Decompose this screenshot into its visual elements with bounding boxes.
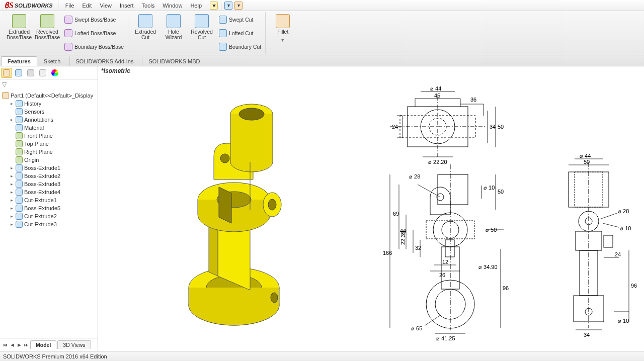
lofted-boss-button[interactable]: Lofted Boss/Base bbox=[63, 29, 125, 38]
graphics-viewport[interactable]: *Isometric bbox=[98, 66, 644, 351]
swept-boss-button[interactable]: Swept Boss/Base bbox=[63, 15, 125, 24]
tree-tab-display[interactable] bbox=[49, 68, 60, 78]
lofted-boss-icon bbox=[64, 29, 72, 37]
expand-icon[interactable]: ▸ bbox=[9, 190, 14, 195]
tree-item[interactable]: ▸Boss-Extrude5 bbox=[2, 204, 98, 212]
swept-cut-button[interactable]: Swept Cut bbox=[218, 15, 262, 24]
svg-text:96: 96 bbox=[503, 285, 509, 291]
tree-tab-feature[interactable] bbox=[1, 68, 12, 78]
lofted-cut-button[interactable]: Lofted Cut bbox=[218, 29, 262, 38]
feature-icon bbox=[16, 221, 23, 228]
expand-icon[interactable]: ▸ bbox=[9, 165, 14, 170]
tree-item[interactable]: Top Plane bbox=[2, 140, 98, 148]
tree-root[interactable]: Part1 (Default<<Default>_Display bbox=[2, 92, 98, 100]
tree-item-label: Origin bbox=[24, 157, 39, 163]
tab-addins[interactable]: SOLIDWORKS Add-Ins bbox=[69, 56, 140, 66]
tree-item[interactable]: ▸Annotations bbox=[2, 116, 98, 124]
lofted-cut-icon bbox=[219, 29, 227, 37]
hole-wizard-button[interactable]: Hole Wizard bbox=[159, 13, 188, 40]
part-icon bbox=[2, 92, 9, 99]
tree-tab-config[interactable] bbox=[25, 68, 36, 78]
tab-nav-prev[interactable]: ◀ bbox=[9, 342, 15, 348]
tree-item[interactable]: Origin bbox=[2, 156, 98, 164]
ribbon-group-cut: Extruded Cut Hole Wizard Revolved Cut Sw… bbox=[128, 12, 266, 54]
menu-edit[interactable]: Edit bbox=[78, 2, 96, 10]
drawing-top: 45 ⌀ 44 36 24 34 50 ⌀ 22.20 bbox=[390, 85, 504, 165]
feature-icon bbox=[16, 164, 23, 171]
tree-item[interactable]: ▸Cut-Extrude1 bbox=[2, 196, 98, 204]
feature-tree[interactable]: Part1 (Default<<Default>_Display ▸Histor… bbox=[0, 90, 98, 338]
expand-icon[interactable]: ▸ bbox=[9, 101, 14, 106]
tab-sketch[interactable]: Sketch bbox=[37, 56, 67, 66]
svg-text:⌀ 65: ⌀ 65 bbox=[411, 325, 422, 331]
expand-icon[interactable]: ▸ bbox=[9, 117, 14, 122]
revolved-cut-button[interactable]: Revolved Cut bbox=[188, 13, 216, 40]
qat-separator bbox=[221, 2, 221, 10]
feature-icon bbox=[16, 116, 23, 123]
tree-item[interactable]: ▸Cut-Extrude2 bbox=[2, 212, 98, 220]
feature-icon bbox=[16, 172, 23, 179]
expand-icon[interactable]: ▸ bbox=[9, 173, 14, 178]
bottom-tab-model[interactable]: Model bbox=[30, 340, 56, 349]
tab-nav-next[interactable]: ▶ bbox=[16, 342, 22, 348]
bottom-tab-3dviews[interactable]: 3D Views bbox=[57, 340, 91, 349]
tree-item[interactable]: Right Plane bbox=[2, 148, 98, 156]
tree-tab-dimxpert[interactable] bbox=[37, 68, 48, 78]
fillet-button[interactable]: Fillet bbox=[269, 13, 297, 35]
menu-insert[interactable]: Insert bbox=[116, 2, 138, 10]
extruded-boss-button[interactable]: Extruded Boss/Base bbox=[5, 13, 33, 40]
swept-boss-icon bbox=[64, 16, 72, 24]
expand-icon[interactable]: ▸ bbox=[9, 206, 14, 211]
feature-icon bbox=[16, 189, 23, 196]
tab-features[interactable]: Features bbox=[1, 56, 37, 66]
tree-item[interactable]: ▸Boss-Extrude4 bbox=[2, 188, 98, 196]
filter-icon[interactable]: ▽ bbox=[2, 81, 10, 89]
tree-item[interactable]: Sensors bbox=[2, 108, 98, 116]
feature-icon bbox=[16, 132, 23, 139]
boundary-boss-icon bbox=[64, 43, 72, 51]
boundary-cut-button[interactable]: Boundary Cut bbox=[218, 42, 262, 51]
tree-tab-property[interactable] bbox=[13, 68, 24, 78]
cut-small-stack: Swept Cut Lofted Cut Boundary Cut bbox=[218, 13, 262, 53]
svg-text:⌀ 50: ⌀ 50 bbox=[486, 227, 497, 233]
menu-tools[interactable]: Tools bbox=[138, 2, 159, 10]
fillet-icon bbox=[276, 14, 290, 28]
open-file-icon[interactable]: ▾ bbox=[234, 2, 243, 10]
tree-item[interactable]: ▸History bbox=[2, 100, 98, 108]
svg-text:34: 34 bbox=[584, 332, 590, 338]
tab-nav-first[interactable]: ⏮ bbox=[2, 342, 8, 348]
menu-help[interactable]: Help bbox=[186, 2, 206, 10]
tree-item[interactable]: ▸Boss-Extrude3 bbox=[2, 180, 98, 188]
menu-file[interactable]: File bbox=[61, 2, 78, 10]
ribbon-dropdown-icon[interactable]: ▾ bbox=[281, 37, 284, 43]
expand-icon[interactable]: ▸ bbox=[9, 182, 14, 187]
new-file-icon[interactable]: ▾ bbox=[224, 2, 232, 10]
boundary-boss-button[interactable]: Boundary Boss/Base bbox=[63, 42, 125, 51]
svg-text:⌀ 41.25: ⌀ 41.25 bbox=[436, 335, 455, 341]
menu-window[interactable]: Window bbox=[158, 2, 186, 10]
extruded-cut-button[interactable]: Extruded Cut bbox=[131, 13, 159, 40]
tree-item[interactable]: ▸Boss-Extrude2 bbox=[2, 172, 98, 180]
svg-text:24: 24 bbox=[615, 251, 621, 257]
tree-item[interactable]: ▸Boss-Extrude1 bbox=[2, 164, 98, 172]
tree-item-label: Cut-Extrude3 bbox=[24, 221, 57, 227]
menu-bar: ϐS SOLIDWORKS File Edit View Insert Tool… bbox=[0, 0, 644, 11]
revolved-boss-button[interactable]: Revolved Boss/Base bbox=[33, 13, 61, 40]
tree-item-label: Right Plane bbox=[24, 149, 53, 155]
expand-icon[interactable]: ▸ bbox=[9, 222, 14, 227]
tree-item-label: Boss-Extrude1 bbox=[24, 165, 60, 171]
model-and-drawing: 45 ⌀ 44 36 24 34 50 ⌀ 22.20 bbox=[98, 66, 644, 348]
feature-icon bbox=[16, 180, 23, 188]
menu-view[interactable]: View bbox=[96, 2, 116, 10]
svg-text:⌀ 10: ⌀ 10 bbox=[618, 318, 629, 324]
tab-nav-last[interactable]: ⏭ bbox=[23, 342, 29, 348]
expand-icon[interactable]: ▸ bbox=[9, 214, 14, 219]
tree-item[interactable]: ▸Cut-Extrude3 bbox=[2, 220, 98, 228]
expand-icon[interactable]: ▸ bbox=[9, 198, 14, 203]
status-text: SOLIDWORKS Premium 2016 x64 Edition bbox=[3, 353, 107, 359]
tree-item[interactable]: Front Plane bbox=[2, 132, 98, 140]
tab-mbd[interactable]: SOLIDWORKS MBD bbox=[142, 56, 206, 66]
tree-item[interactable]: Material bbox=[2, 124, 98, 132]
ds-logo-icon: ϐS bbox=[4, 1, 14, 10]
star-icon[interactable]: ★ bbox=[210, 2, 218, 10]
